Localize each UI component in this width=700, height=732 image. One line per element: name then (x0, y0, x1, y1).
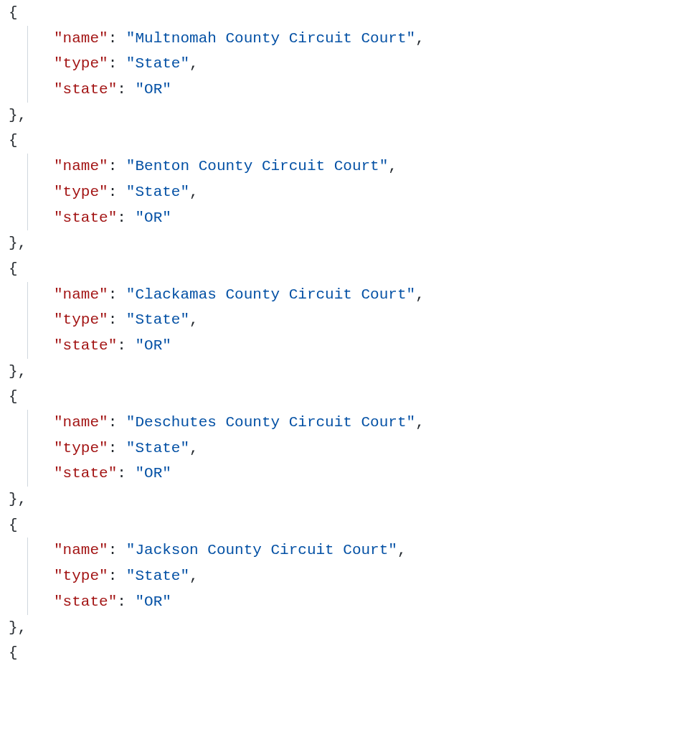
indent-guide (27, 282, 28, 308)
json-key: "state" (54, 593, 117, 610)
indent-guide (27, 333, 28, 359)
comma: , (415, 414, 425, 431)
comma: , (189, 184, 199, 200)
colon: : (117, 81, 135, 98)
json-key: "name" (54, 30, 108, 47)
code-line: "name": "Clackamas County Circuit Court"… (9, 282, 691, 308)
code-line: "state": "OR" (9, 333, 691, 359)
comma: , (415, 30, 425, 47)
colon: : (108, 542, 126, 558)
indent-guide (27, 179, 28, 205)
close-brace-comma: }, (9, 491, 27, 507)
colon: : (108, 311, 126, 328)
indent-guide (27, 154, 28, 179)
json-key: "name" (54, 542, 108, 558)
comma: , (189, 311, 199, 328)
json-string-value: "State" (126, 55, 189, 72)
code-line: { (9, 384, 691, 410)
json-string-value: "OR" (135, 337, 171, 354)
indent-guide (27, 436, 28, 461)
close-brace-comma: }, (9, 363, 27, 380)
code-line: { (9, 640, 691, 666)
indent-guide (27, 26, 28, 52)
json-string-value: "State" (126, 311, 189, 328)
indent-guide (27, 589, 28, 615)
code-line: "type": "State", (9, 51, 691, 77)
code-line: }, (9, 487, 691, 512)
json-string-value: "OR" (135, 210, 171, 226)
comma: , (189, 440, 199, 456)
indent-guide (27, 461, 28, 487)
open-brace: { (9, 517, 18, 533)
comma: , (415, 286, 425, 303)
code-line: }, (9, 359, 691, 385)
comma: , (388, 158, 397, 174)
colon: : (108, 55, 126, 72)
code-line: "type": "State", (9, 307, 691, 333)
json-string-value: "OR" (135, 593, 171, 610)
indent-guide (27, 538, 28, 563)
json-key: "name" (54, 286, 108, 303)
comma: , (189, 568, 199, 584)
json-string-value: "Benton County Circuit Court" (126, 158, 388, 174)
json-key: "type" (54, 440, 108, 456)
code-line: "type": "State", (9, 563, 691, 589)
json-string-value: "Jackson County Circuit Court" (126, 542, 397, 558)
code-line: "name": "Jackson County Circuit Court", (9, 538, 691, 563)
json-string-value: "OR" (135, 465, 171, 482)
json-string-value: "State" (126, 568, 189, 584)
colon: : (108, 30, 126, 47)
json-key: "name" (54, 158, 108, 174)
json-string-value: "OR" (135, 81, 171, 98)
colon: : (108, 286, 126, 303)
colon: : (117, 593, 135, 610)
code-line: "type": "State", (9, 179, 691, 205)
json-key: "state" (54, 337, 117, 354)
json-key: "state" (54, 81, 117, 98)
json-key: "type" (54, 184, 108, 200)
json-string-value: "State" (126, 184, 189, 200)
colon: : (108, 440, 126, 456)
open-brace: { (9, 261, 18, 277)
json-code-block: { "name": "Multnomah County Circuit Cour… (9, 0, 691, 666)
json-key: "type" (54, 55, 108, 72)
code-line: { (9, 512, 691, 538)
code-line: "name": "Benton County Circuit Court", (9, 154, 691, 179)
colon: : (117, 465, 135, 482)
colon: : (117, 337, 135, 354)
code-line: { (9, 0, 691, 26)
open-brace: { (9, 132, 18, 149)
colon: : (108, 158, 126, 174)
close-brace-comma: }, (9, 107, 27, 123)
open-brace: { (9, 4, 18, 21)
open-brace: { (9, 388, 18, 405)
code-line: { (9, 256, 691, 282)
open-brace: { (9, 644, 18, 661)
indent-guide (27, 205, 28, 231)
code-line: { (9, 128, 691, 154)
code-line: "state": "OR" (9, 77, 691, 103)
json-key: "state" (54, 465, 117, 482)
json-string-value: "Clackamas County Circuit Court" (126, 286, 415, 303)
json-string-value: "Deschutes County Circuit Court" (126, 414, 415, 431)
json-key: "state" (54, 210, 117, 226)
code-line: "state": "OR" (9, 205, 691, 231)
colon: : (108, 568, 126, 584)
json-key: "type" (54, 568, 108, 584)
code-line: "state": "OR" (9, 589, 691, 615)
comma: , (397, 542, 407, 558)
code-line: }, (9, 230, 691, 256)
json-string-value: "Multnomah County Circuit Court" (126, 30, 415, 47)
code-line: "name": "Deschutes County Circuit Court"… (9, 410, 691, 436)
indent-guide (27, 307, 28, 333)
json-key: "type" (54, 311, 108, 328)
close-brace-comma: }, (9, 235, 27, 251)
code-line: "type": "State", (9, 436, 691, 461)
code-line: }, (9, 103, 691, 128)
json-key: "name" (54, 414, 108, 431)
indent-guide (27, 563, 28, 589)
close-brace-comma: }, (9, 619, 27, 636)
colon: : (117, 210, 135, 226)
json-string-value: "State" (126, 440, 189, 456)
code-line: "state": "OR" (9, 461, 691, 487)
